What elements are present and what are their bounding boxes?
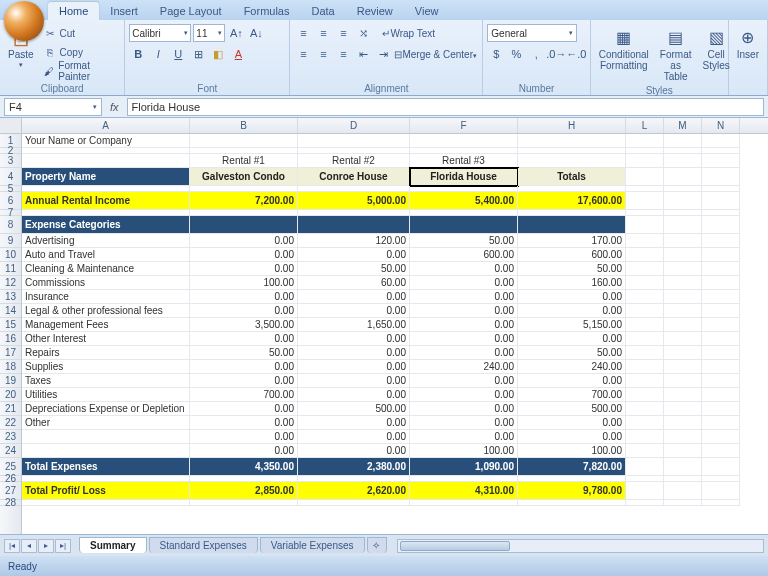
cell[interactable]: 0.00 (298, 360, 410, 374)
cell[interactable]: 0.00 (518, 374, 626, 388)
cell[interactable]: Rental #2 (298, 154, 410, 168)
cell[interactable]: Repairs (22, 346, 190, 360)
row-header-20[interactable]: 20 (0, 388, 21, 402)
formula-input[interactable]: Florida House (127, 98, 764, 116)
cell[interactable] (702, 482, 740, 500)
cell[interactable] (664, 346, 702, 360)
cell[interactable]: 100.00 (518, 444, 626, 458)
cell[interactable] (626, 234, 664, 248)
row-header-14[interactable]: 14 (0, 304, 21, 318)
cell[interactable]: 0.00 (410, 402, 518, 416)
cell[interactable]: 7,820.00 (518, 458, 626, 476)
cell[interactable]: 4,310.00 (410, 482, 518, 500)
cell[interactable] (702, 458, 740, 476)
cell[interactable]: 700.00 (518, 388, 626, 402)
cell[interactable]: Taxes (22, 374, 190, 388)
cell[interactable]: 1,650.00 (298, 318, 410, 332)
cell[interactable]: 100.00 (410, 444, 518, 458)
comma-button[interactable]: , (527, 45, 545, 63)
decrease-indent-button[interactable]: ⇤ (354, 45, 372, 63)
cell[interactable]: 4,350.00 (190, 458, 298, 476)
percent-button[interactable]: % (507, 45, 525, 63)
align-middle-button[interactable]: ≡ (314, 24, 332, 42)
row-header-12[interactable]: 12 (0, 276, 21, 290)
cell[interactable] (22, 430, 190, 444)
cell[interactable]: Cleaning & Maintenance (22, 262, 190, 276)
tab-last-button[interactable]: ▸| (55, 539, 71, 553)
cell[interactable] (702, 262, 740, 276)
font-size-select[interactable]: 11▾ (193, 24, 225, 42)
cell[interactable]: 3,500.00 (190, 318, 298, 332)
sheet-tab-standard[interactable]: Standard Expenses (149, 537, 258, 553)
tab-view[interactable]: View (404, 2, 450, 20)
cell[interactable]: 0.00 (410, 304, 518, 318)
cell[interactable] (626, 262, 664, 276)
cell[interactable]: Depreciations Expense or Depletion (22, 402, 190, 416)
cell[interactable] (626, 402, 664, 416)
cell[interactable]: Annual Rental Income (22, 192, 190, 210)
cell[interactable] (410, 134, 518, 148)
cell[interactable] (702, 304, 740, 318)
cell[interactable]: 500.00 (518, 402, 626, 416)
cell[interactable] (664, 318, 702, 332)
cell[interactable]: 0.00 (190, 430, 298, 444)
cell[interactable] (22, 444, 190, 458)
cell[interactable] (22, 500, 190, 506)
cell[interactable] (626, 374, 664, 388)
cell[interactable]: 9,780.00 (518, 482, 626, 500)
cell[interactable]: 50.00 (518, 346, 626, 360)
cell[interactable]: 120.00 (298, 234, 410, 248)
cell[interactable]: 0.00 (410, 430, 518, 444)
office-button[interactable] (4, 1, 44, 41)
cell[interactable]: 0.00 (190, 262, 298, 276)
cell[interactable] (664, 458, 702, 476)
cell[interactable] (664, 374, 702, 388)
cell[interactable] (702, 234, 740, 248)
fx-icon[interactable]: fx (104, 101, 125, 113)
cell[interactable] (664, 134, 702, 148)
cell[interactable] (664, 388, 702, 402)
cell[interactable] (626, 318, 664, 332)
font-color-button[interactable]: A (229, 45, 247, 63)
align-center-button[interactable]: ≡ (314, 45, 332, 63)
cell[interactable]: Florida House (410, 168, 518, 186)
cell[interactable]: 240.00 (410, 360, 518, 374)
cell[interactable] (702, 276, 740, 290)
cell[interactable]: 0.00 (410, 416, 518, 430)
row-header-18[interactable]: 18 (0, 360, 21, 374)
cell[interactable]: 2,850.00 (190, 482, 298, 500)
cell[interactable] (626, 276, 664, 290)
cell[interactable]: 0.00 (190, 416, 298, 430)
cell[interactable]: 0.00 (410, 388, 518, 402)
cell[interactable]: Insurance (22, 290, 190, 304)
sheet-tab-variable[interactable]: Variable Expenses (260, 537, 365, 553)
cell[interactable]: 0.00 (518, 416, 626, 430)
cell[interactable]: 0.00 (190, 360, 298, 374)
cell[interactable]: 0.00 (190, 332, 298, 346)
row-header-3[interactable]: 3 (0, 154, 21, 168)
cell[interactable] (190, 216, 298, 234)
cell[interactable]: Auto and Travel (22, 248, 190, 262)
cell[interactable]: 50.00 (518, 262, 626, 276)
wrap-text-button[interactable]: ↵Wrap Text (382, 28, 435, 39)
cell[interactable]: 0.00 (190, 304, 298, 318)
cell[interactable] (702, 430, 740, 444)
tab-data[interactable]: Data (300, 2, 345, 20)
cell[interactable]: 17,600.00 (518, 192, 626, 210)
cell[interactable]: 2,620.00 (298, 482, 410, 500)
col-header-D[interactable]: D (298, 118, 410, 133)
cell[interactable]: Property Name (22, 168, 190, 186)
cell[interactable] (664, 276, 702, 290)
cell[interactable]: 0.00 (190, 248, 298, 262)
cell[interactable]: 0.00 (190, 290, 298, 304)
tab-formulas[interactable]: Formulas (233, 2, 301, 20)
merge-center-button[interactable]: ⊟Merge & Center▾ (394, 49, 477, 60)
conditional-formatting-button[interactable]: ▦Conditional Formatting (595, 24, 653, 73)
cell[interactable] (664, 402, 702, 416)
cell[interactable] (702, 360, 740, 374)
cell[interactable]: Expense Categories (22, 216, 190, 234)
row-header-22[interactable]: 22 (0, 416, 21, 430)
sheet-tab-summary[interactable]: Summary (79, 537, 147, 553)
cell[interactable]: Other Interest (22, 332, 190, 346)
cell[interactable] (702, 402, 740, 416)
